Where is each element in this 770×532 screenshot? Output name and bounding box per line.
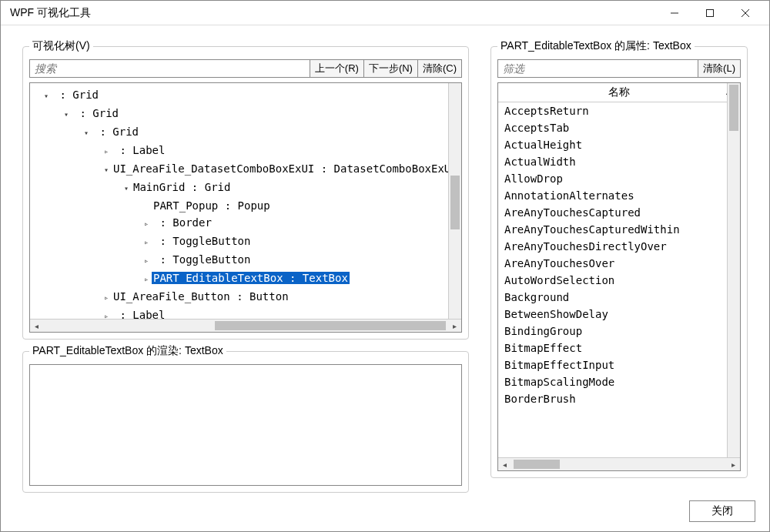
- property-row[interactable]: AreAnyTouchesCapturedWithin: [498, 221, 740, 238]
- properties-legend: PART_EditableTextBox 的属性: TextBox: [497, 39, 695, 53]
- property-row[interactable]: AcceptsTab: [498, 119, 740, 136]
- close-button[interactable]: 关闭: [689, 500, 755, 522]
- titlebar: WPF 可视化工具: [1, 1, 769, 25]
- property-row[interactable]: BitmapEffectInput: [498, 356, 740, 373]
- property-row[interactable]: BetweenShowDelay: [498, 306, 740, 323]
- close-icon: [741, 8, 750, 18]
- tree-row[interactable]: ▾ : Grid: [33, 86, 461, 105]
- minimize-button[interactable]: [657, 2, 692, 25]
- tree-next-button[interactable]: 下一步(N): [363, 59, 418, 78]
- left-column: 可视化树(V) 上一个(R) 下一步(N) 清除(C) ▾ : Grid▾ : …: [22, 39, 469, 493]
- chevron-down-icon[interactable]: ▾: [41, 88, 52, 105]
- tree-hscroll-right[interactable]: ▸: [448, 320, 461, 332]
- render-legend: PART_EditableTextBox 的渲染: TextBox: [29, 344, 226, 358]
- property-row[interactable]: AreAnyTouchesCaptured: [498, 204, 740, 221]
- chevron-down-icon[interactable]: ▾: [121, 180, 132, 197]
- tree-hscroll-left[interactable]: ◂: [30, 320, 43, 332]
- maximize-icon: [705, 8, 715, 18]
- tree-node-label: : Label: [112, 144, 166, 156]
- tree-node-label: UI_AreaFile_DatasetComboBoxExUI : Datase…: [112, 162, 459, 175]
- tree-node-label: : Grid: [52, 89, 100, 101]
- tree-node-label: PART_Popup : Popup: [152, 199, 272, 212]
- tree-row[interactable]: ▹ : ToggleButton: [33, 251, 461, 269]
- tree-row[interactable]: ▾ : Grid: [33, 105, 461, 123]
- props-filter-row: 清除(L): [497, 59, 741, 78]
- tree-node-label: UI_AreaFile_Button : Button: [112, 290, 290, 303]
- tree-row[interactable]: ▹ : Label: [33, 306, 461, 319]
- tree-hscroll-thumb[interactable]: [215, 321, 446, 330]
- tree-row[interactable]: ▹PART_EditableTextBox : TextBox: [33, 269, 461, 288]
- tree-row[interactable]: ▾MainGrid : Grid: [33, 179, 461, 197]
- render-panel: PART_EditableTextBox 的渲染: TextBox: [22, 344, 469, 493]
- property-row[interactable]: Background: [498, 289, 740, 306]
- tree-horizontal-scrollbar[interactable]: ◂ ▸: [30, 319, 461, 332]
- property-row[interactable]: BorderBrush: [498, 390, 740, 407]
- tree-scroll[interactable]: ▾ : Grid▾ : Grid▾ : Grid▹ : Label▾UI_Are…: [30, 83, 461, 319]
- property-row[interactable]: AnnotationAlternates: [498, 187, 740, 204]
- props-filter-input[interactable]: [497, 59, 698, 78]
- right-column: PART_EditableTextBox 的属性: TextBox 清除(L) …: [490, 39, 748, 493]
- tree-node-label: : Grid: [72, 107, 120, 119]
- minimize-icon: [670, 8, 679, 18]
- chevron-right-icon[interactable]: ▹: [141, 234, 152, 251]
- props-clear-button[interactable]: 清除(L): [698, 59, 741, 78]
- content: 可视化树(V) 上一个(R) 下一步(N) 清除(C) ▾ : Grid▾ : …: [1, 25, 769, 497]
- props-header-name[interactable]: 名称 ▲: [498, 83, 740, 102]
- window-title: WPF 可视化工具: [7, 6, 657, 20]
- property-row[interactable]: ActualHeight: [498, 136, 740, 153]
- props-hscroll-right[interactable]: ▸: [727, 458, 740, 470]
- property-row[interactable]: AreAnyTouchesOver: [498, 255, 740, 272]
- tree-node-label: : ToggleButton: [152, 253, 252, 266]
- tree-vertical-scrollbar[interactable]: [448, 83, 461, 319]
- property-row[interactable]: AutoWordSelection: [498, 272, 740, 289]
- tree-row[interactable]: ▾ : Grid: [33, 123, 461, 142]
- render-body: [29, 364, 462, 486]
- props-vscroll-thumb[interactable]: [729, 85, 738, 131]
- tree-node-label: MainGrid : Grid: [132, 181, 232, 193]
- tree-search-input[interactable]: [29, 59, 310, 78]
- tree-row[interactable]: ▾UI_AreaFile_DatasetComboBoxExUI : Datas…: [33, 160, 461, 179]
- visual-tree-panel: 可视化树(V) 上一个(R) 下一步(N) 清除(C) ▾ : Grid▾ : …: [22, 39, 469, 340]
- chevron-right-icon[interactable]: ▹: [141, 216, 152, 233]
- property-row[interactable]: ActualWidth: [498, 153, 740, 170]
- window-controls: [657, 2, 763, 25]
- props-header[interactable]: 名称 ▲: [498, 83, 740, 102]
- maximize-button[interactable]: [692, 2, 728, 25]
- props-header-name-label: 名称: [608, 85, 630, 98]
- props-hscroll-left[interactable]: ◂: [498, 458, 511, 470]
- props-body[interactable]: AcceptsReturnAcceptsTabActualHeightActua…: [498, 102, 740, 457]
- chevron-right-icon[interactable]: ▹: [101, 143, 112, 160]
- props-scroll: 名称 ▲ AcceptsReturnAcceptsTabActualHeight…: [497, 82, 741, 471]
- tree-row[interactable]: ▹ : ToggleButton: [33, 233, 461, 251]
- props-vertical-scrollbar[interactable]: [727, 83, 740, 457]
- chevron-down-icon[interactable]: ▾: [81, 125, 92, 142]
- property-row[interactable]: BindingGroup: [498, 323, 740, 340]
- window-close-button[interactable]: [728, 2, 763, 25]
- property-row[interactable]: AcceptsReturn: [498, 102, 740, 119]
- tree-row[interactable]: PART_Popup : Popup: [33, 197, 461, 214]
- chevron-down-icon[interactable]: ▾: [101, 162, 112, 179]
- chevron-right-icon[interactable]: ▹: [101, 308, 112, 319]
- window: WPF 可视化工具 可视化树(V) 上一个(R) 下一步(N): [0, 0, 770, 532]
- tree-node-label: PART_EditableTextBox : TextBox: [152, 272, 350, 284]
- properties-panel: PART_EditableTextBox 的属性: TextBox 清除(L) …: [490, 39, 748, 478]
- tree-clear-button[interactable]: 清除(C): [417, 59, 462, 78]
- tree-search-row: 上一个(R) 下一步(N) 清除(C): [29, 59, 462, 78]
- tree-row[interactable]: ▹UI_AreaFile_Button : Button: [33, 288, 461, 306]
- tree-row[interactable]: ▹ : Label: [33, 142, 461, 160]
- props-hscroll-thumb[interactable]: [514, 460, 560, 469]
- property-row[interactable]: AllowDrop: [498, 170, 740, 187]
- property-row[interactable]: BitmapEffect: [498, 340, 740, 356]
- props-horizontal-scrollbar[interactable]: ◂ ▸: [498, 457, 740, 470]
- property-row[interactable]: BitmapScalingMode: [498, 373, 740, 390]
- tree-vscroll-thumb[interactable]: [450, 176, 460, 229]
- chevron-right-icon[interactable]: ▹: [101, 289, 112, 306]
- chevron-right-icon[interactable]: ▹: [141, 271, 152, 288]
- tree-prev-button[interactable]: 上一个(R): [310, 59, 364, 78]
- tree-node-label: : ToggleButton: [152, 235, 252, 247]
- tree-row[interactable]: ▹ : Border: [33, 214, 461, 233]
- tree-node-label: : Border: [152, 216, 213, 229]
- chevron-down-icon[interactable]: ▾: [61, 106, 72, 123]
- chevron-right-icon[interactable]: ▹: [141, 253, 152, 269]
- property-row[interactable]: AreAnyTouchesDirectlyOver: [498, 238, 740, 255]
